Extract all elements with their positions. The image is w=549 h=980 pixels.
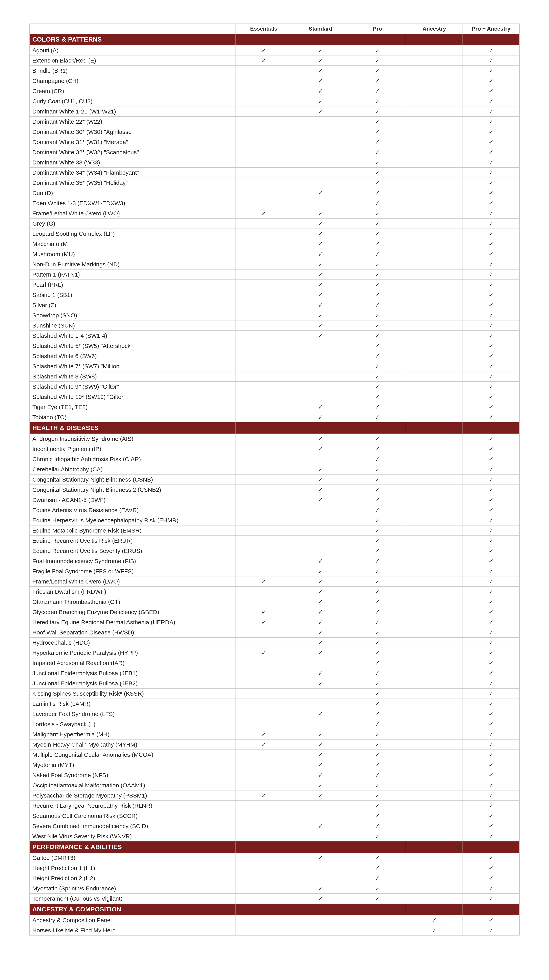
plan-cell (235, 465, 292, 474)
row-label: Splashed White 8 (SW8) (30, 371, 236, 382)
table-row: Friesian Dwarfism (FRDWF)✓✓✓ (30, 587, 520, 597)
table-row: Junctional Epidermolysis Bullosa (JEB1)✓… (30, 668, 520, 678)
check-icon: ✓ (375, 731, 380, 738)
check-icon: ✓ (318, 751, 323, 758)
plan-cell (292, 515, 349, 525)
plan-cell: ✓ (463, 873, 520, 883)
plan-cell: ✓ (292, 770, 349, 780)
plan-cell (235, 167, 292, 178)
check-icon: ✓ (318, 302, 323, 308)
plan-cell (292, 811, 349, 821)
plan-cell (235, 300, 292, 310)
plan-cell (406, 709, 463, 719)
plan-cell: ✓ (292, 280, 349, 290)
check-icon: ✓ (489, 680, 493, 687)
plan-cell (406, 259, 463, 269)
plan-cell: ✓ (292, 627, 349, 638)
plan-cell (235, 147, 292, 158)
plan-cell (292, 341, 349, 351)
row-label: Dominant White 22* (W22) (30, 117, 236, 127)
plan-cell: ✓ (349, 515, 406, 525)
check-icon: ✓ (432, 917, 437, 923)
plan-cell: ✓ (292, 239, 349, 249)
row-label: Friesian Dwarfism (FRDWF) (30, 587, 236, 597)
row-label: Equine Arteritis Virus Resistance (EAVR) (30, 505, 236, 515)
check-icon: ✓ (489, 865, 493, 871)
plan-cell: ✓ (292, 300, 349, 310)
check-icon: ✓ (375, 88, 380, 94)
check-icon: ✓ (318, 466, 323, 473)
table-row: Glycogen Branching Enzyme Deficiency (GB… (30, 607, 520, 617)
plan-cell (349, 925, 406, 935)
table-row: Kissing Spines Susceptibility Risk* (KSS… (30, 689, 520, 699)
plan-cell (406, 811, 463, 821)
row-label: Lavender Foal Syndrome (LFS) (30, 709, 236, 719)
table-row: Height Prediction 1 (H1)✓✓ (30, 863, 520, 873)
check-icon: ✓ (375, 446, 380, 452)
table-row: Extension Black/Red (E)✓✓✓✓ (30, 56, 520, 66)
plan-cell (235, 658, 292, 668)
check-icon: ✓ (318, 578, 323, 585)
check-icon: ✓ (375, 78, 380, 84)
plan-cell (292, 382, 349, 392)
row-label: Multiple Congenital Ocular Anomalies (MC… (30, 750, 236, 760)
check-icon: ✓ (489, 497, 493, 503)
table-row: Lordosis - Swayback (L)✓✓ (30, 719, 520, 729)
plan-cell: ✓ (463, 883, 520, 894)
check-icon: ✓ (375, 139, 380, 145)
plan-cell (235, 597, 292, 607)
check-icon: ✓ (318, 241, 323, 247)
check-icon: ✓ (489, 476, 493, 483)
plan-cell: ✓ (463, 719, 520, 729)
plan-cell (406, 208, 463, 218)
check-icon: ✓ (318, 762, 323, 768)
plan-cell: ✓ (406, 925, 463, 935)
check-icon: ✓ (375, 67, 380, 74)
check-icon: ✓ (318, 640, 323, 646)
check-icon: ✓ (489, 118, 493, 125)
plan-cell (292, 158, 349, 167)
plan-cell: ✓ (349, 873, 406, 883)
plan-cell (292, 801, 349, 811)
plan-cell (235, 873, 292, 883)
plan-cell: ✓ (349, 587, 406, 597)
row-label: Tiger Eye (TE1, TE2) (30, 402, 236, 412)
plan-cell: ✓ (463, 525, 520, 536)
plan-cell: ✓ (349, 351, 406, 361)
row-label: Splashed White 7* (SW7) "Million" (30, 361, 236, 371)
plan-cell: ✓ (235, 740, 292, 750)
plan-cell (406, 658, 463, 668)
row-label: Dominant White 35* (W35) "Holiday" (30, 178, 236, 188)
check-icon: ✓ (375, 670, 380, 676)
plan-cell (235, 444, 292, 454)
check-icon: ✓ (318, 568, 323, 574)
plan-cell: ✓ (463, 361, 520, 371)
check-icon: ✓ (318, 436, 323, 442)
check-icon: ✓ (489, 598, 493, 605)
header-blank (30, 24, 236, 34)
table-row: Hereditary Equine Regional Dermal Asthen… (30, 617, 520, 627)
check-icon: ✓ (489, 302, 493, 308)
section-blank (292, 34, 349, 45)
table-row: Pearl (PRL)✓✓✓ (30, 280, 520, 290)
plan-cell: ✓ (349, 86, 406, 96)
check-icon: ✓ (489, 895, 493, 902)
plan-cell (235, 505, 292, 515)
row-label: Myotonia (MYT) (30, 760, 236, 770)
plan-cell (406, 269, 463, 280)
row-label: Splashed White 1-4 (SW1-4) (30, 331, 236, 341)
row-label: Pearl (PRL) (30, 280, 236, 290)
plan-cell: ✓ (463, 229, 520, 239)
plan-cell (292, 147, 349, 158)
check-icon: ✓ (375, 527, 380, 534)
table-row: Tobiano (TO)✓✓✓ (30, 412, 520, 422)
plan-cell (235, 495, 292, 505)
plan-cell (235, 188, 292, 198)
section-blank (235, 842, 292, 853)
check-icon: ✓ (375, 466, 380, 473)
row-label: Myostatin (Sprint vs Endurance) (30, 883, 236, 894)
plan-cell (235, 320, 292, 331)
plan-cell: ✓ (235, 648, 292, 658)
check-icon: ✓ (375, 517, 380, 523)
row-label: Hyperkalemic Periodic Paralysis (HYPP) (30, 648, 236, 658)
